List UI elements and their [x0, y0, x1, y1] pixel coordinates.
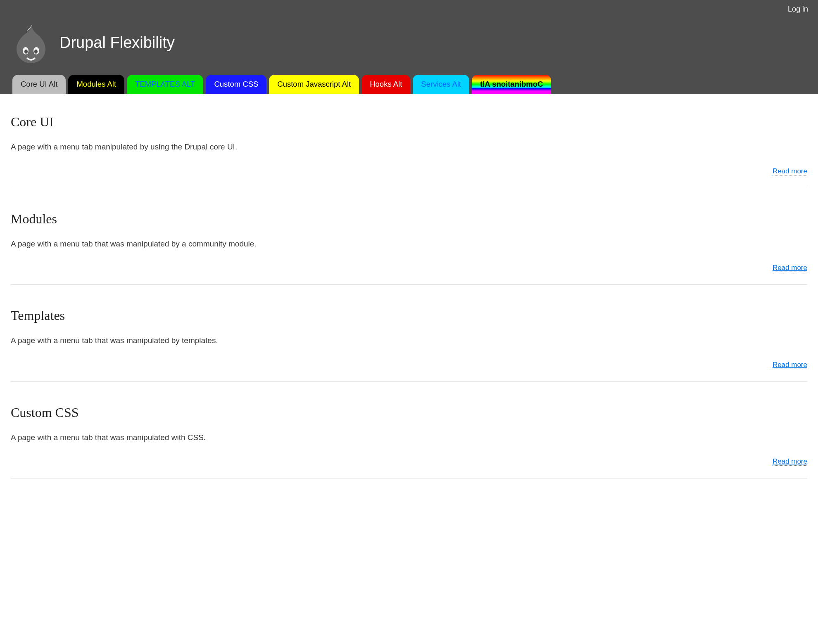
article: TemplatesA page with a menu tab that was… [11, 308, 807, 382]
nav-tab-7[interactable]: tlA snoitanibmoC [472, 75, 551, 94]
nav-tab-5[interactable]: Hooks Alt [361, 75, 410, 94]
drupal-logo-icon [12, 22, 50, 63]
read-more-link[interactable]: Read more [773, 457, 807, 466]
site-header: Log in Drupal Flexibility Core UI AltMod… [0, 0, 818, 94]
svg-point-2 [24, 50, 28, 54]
article-body: A page with a menu tab that was manipula… [11, 238, 807, 250]
article-title[interactable]: Custom CSS [11, 405, 807, 420]
branding: Drupal Flexibility [0, 14, 818, 75]
nav-tab-0[interactable]: Core UI Alt [12, 75, 66, 94]
article-title[interactable]: Core UI [11, 114, 807, 130]
article: Custom CSSA page with a menu tab that wa… [11, 405, 807, 479]
login-link[interactable]: Log in [788, 5, 808, 13]
article-title[interactable]: Modules [11, 211, 807, 227]
article-body: A page with a menu tab manipulated by us… [11, 141, 807, 153]
main-nav: Core UI AltModules AltTEMPLATES ALTCusto… [0, 75, 818, 94]
site-name: Drupal Flexibility [59, 34, 175, 52]
article-body: A page with a menu tab that was manipula… [11, 432, 807, 444]
read-more-row: Read more [11, 264, 807, 272]
article-title[interactable]: Templates [11, 308, 807, 323]
nav-tab-6[interactable]: Services Alt [413, 75, 469, 94]
read-more-link[interactable]: Read more [773, 361, 807, 369]
user-menu: Log in [0, 0, 818, 14]
read-more-link[interactable]: Read more [773, 167, 807, 175]
article: ModulesA page with a menu tab that was m… [11, 211, 807, 285]
nav-tab-1[interactable]: Modules Alt [68, 75, 124, 94]
nav-tab-2[interactable]: TEMPLATES ALT [127, 75, 203, 94]
nav-tab-3[interactable]: Custom CSS [206, 75, 266, 94]
read-more-row: Read more [11, 457, 807, 466]
article: Core UIA page with a menu tab manipulate… [11, 114, 807, 188]
main-content: Core UIA page with a menu tab manipulate… [0, 94, 818, 514]
read-more-row: Read more [11, 167, 807, 175]
svg-point-3 [34, 50, 38, 54]
nav-tab-4[interactable]: Custom Javascript Alt [269, 75, 359, 94]
article-body: A page with a menu tab that was manipula… [11, 335, 807, 347]
read-more-link[interactable]: Read more [773, 264, 807, 272]
read-more-row: Read more [11, 361, 807, 369]
